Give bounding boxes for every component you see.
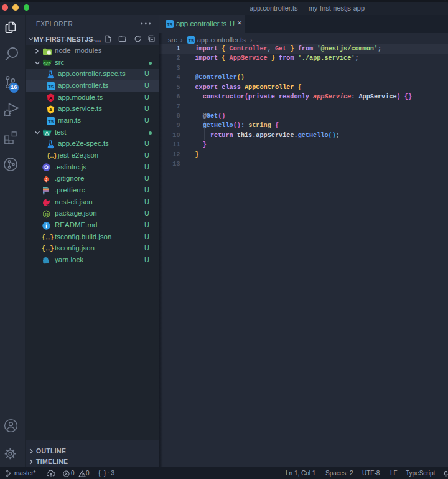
svg-text:TS: TS xyxy=(48,84,54,88)
svg-text:A: A xyxy=(49,95,53,101)
svg-text:TS: TS xyxy=(48,119,54,123)
svg-text:TS: TS xyxy=(189,39,194,43)
svg-text:TS: TS xyxy=(167,22,172,27)
svg-text:A: A xyxy=(49,107,53,113)
svg-text:</>: </> xyxy=(43,62,51,67)
svg-text:JS: JS xyxy=(44,212,49,216)
